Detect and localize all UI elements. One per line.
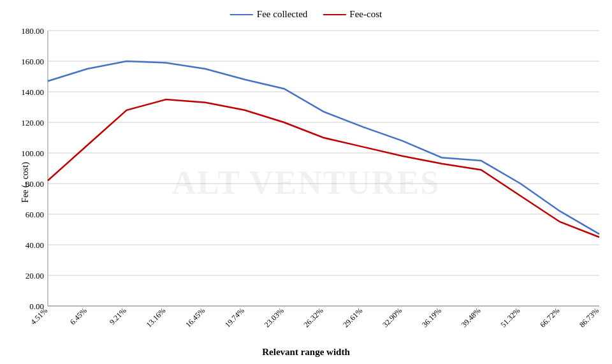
svg-text:32.90%: 32.90%	[381, 306, 404, 329]
chart-svg: 0.0020.0040.0060.0080.00100.00120.00140.…	[0, 0, 612, 364]
svg-text:23.03%: 23.03%	[263, 306, 286, 329]
svg-text:100.00: 100.00	[21, 149, 44, 158]
svg-text:51.32%: 51.32%	[499, 306, 521, 329]
svg-text:6.45%: 6.45%	[68, 306, 89, 326]
svg-text:13.16%: 13.16%	[144, 306, 167, 329]
svg-text:80.00: 80.00	[26, 179, 44, 189]
svg-text:36.19%: 36.19%	[420, 306, 443, 329]
svg-text:39.48%: 39.48%	[460, 306, 483, 329]
svg-text:180.00: 180.00	[21, 26, 44, 36]
svg-text:19.74%: 19.74%	[223, 306, 246, 329]
svg-text:140.00: 140.00	[21, 87, 44, 97]
svg-text:29.61%: 29.61%	[341, 306, 364, 329]
svg-text:60.00: 60.00	[26, 210, 44, 219]
svg-text:20.00: 20.00	[26, 271, 44, 280]
svg-text:26.32%: 26.32%	[302, 306, 325, 329]
svg-text:66.72%: 66.72%	[538, 306, 561, 329]
chart-container: Fee collected Fee-cost ALT VENTURES Fee …	[0, 0, 612, 364]
svg-text:86.73%: 86.73%	[578, 306, 601, 329]
svg-text:16.45%: 16.45%	[184, 306, 207, 329]
svg-text:9.21%: 9.21%	[108, 306, 128, 326]
svg-text:40.00: 40.00	[26, 240, 44, 250]
svg-text:120.00: 120.00	[21, 118, 44, 127]
svg-text:160.00: 160.00	[21, 57, 44, 66]
